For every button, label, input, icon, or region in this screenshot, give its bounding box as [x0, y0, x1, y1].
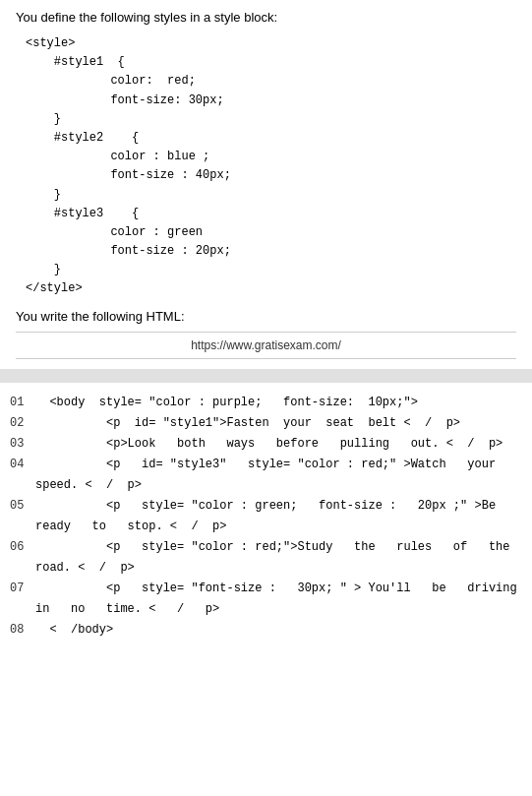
code-line-7: 08 < /body> [10, 620, 522, 641]
style-line-1: #style1 { [26, 53, 516, 72]
line-content-0: <body style= "color : purple; font-size:… [35, 393, 418, 413]
line-number-6: 07 [10, 579, 35, 599]
line-number-2: 03 [10, 434, 35, 455]
line-content-5: <p style= "color : red;">Study the rules… [35, 537, 522, 579]
style-line-10: color : green [26, 223, 516, 242]
intro-text: You define the following styles in a sty… [16, 10, 516, 25]
style-line-7: font-size : 40px; [26, 166, 516, 185]
style-line-3: font-size: 30px; [26, 92, 516, 110]
line-content-2: <p>Look both ways before pulling out. < … [35, 434, 502, 455]
code-line-6: 07 <p style= "font-size : 30px; " > You'… [10, 579, 522, 620]
code-line-1: 02 <p id= "style1">Fasten your seat belt… [10, 413, 522, 434]
url-text: https://www.gratisexam.com/ [191, 338, 341, 352]
numbered-code-block: 01 <body style= "color : purple; font-si… [0, 393, 532, 641]
style-line-0: <style> [26, 34, 516, 53]
gray-divider [0, 369, 532, 383]
style-line-12: } [26, 261, 516, 279]
style-code-block: <style> #style1 { color: red; font-size:… [16, 34, 516, 299]
code-line-0: 01 <body style= "color : purple; font-si… [10, 393, 522, 413]
style-line-8: } [26, 186, 516, 205]
style-line-5: #style2 { [26, 129, 516, 148]
style-line-11: font-size : 20px; [26, 242, 516, 261]
line-content-7: < /body> [35, 620, 113, 641]
style-line-9: #style3 { [26, 205, 516, 223]
line-number-0: 01 [10, 393, 35, 413]
style-line-13: </style> [26, 279, 516, 298]
line-number-4: 05 [10, 496, 35, 517]
line-number-5: 06 [10, 537, 35, 558]
line-number-3: 04 [10, 455, 35, 475]
code-line-2: 03 <p>Look both ways before pulling out.… [10, 434, 522, 455]
line-content-1: <p id= "style1">Fasten your seat belt < … [35, 413, 460, 434]
line-content-3: <p id= "style3" style= "color : red;" >W… [35, 455, 522, 496]
url-bar: https://www.gratisexam.com/ [16, 332, 516, 359]
page-container: You define the following styles in a sty… [0, 0, 532, 369]
line-number-7: 08 [10, 620, 35, 641]
code-line-4: 05 <p style= "color : green; font-size :… [10, 496, 522, 537]
style-line-2: color: red; [26, 72, 516, 91]
style-line-4: } [26, 110, 516, 129]
line-content-4: <p style= "color : green; font-size : 20… [35, 496, 522, 537]
html-intro-text: You write the following HTML: [16, 309, 516, 324]
code-line-5: 06 <p style= "color : red;">Study the ru… [10, 537, 522, 579]
line-number-1: 02 [10, 413, 35, 434]
code-line-3: 04 <p id= "style3" style= "color : red;"… [10, 455, 522, 496]
style-line-6: color : blue ; [26, 148, 516, 166]
line-content-6: <p style= "font-size : 30px; " > You'll … [35, 579, 522, 620]
